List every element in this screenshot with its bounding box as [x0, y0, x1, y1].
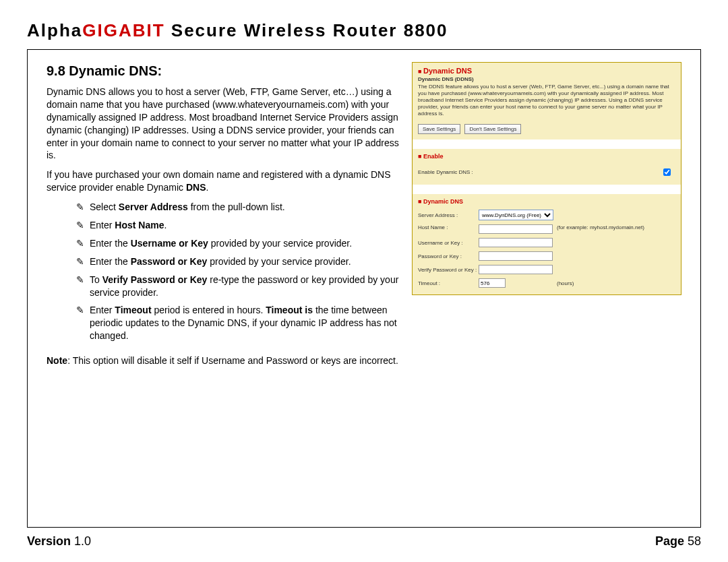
password-row: Password or Key :: [413, 249, 681, 263]
save-settings-button[interactable]: Save Settings: [418, 124, 460, 134]
username-input[interactable]: [479, 238, 553, 247]
host-name-hint: (for example: myhost.mydomain.net): [557, 224, 644, 230]
version-label: Version 1.0: [27, 534, 91, 549]
section-heading: 9.8 Dynamic DNS:: [47, 62, 400, 80]
bullet-list: ✎ Select Server Address from the pull-do…: [76, 201, 400, 342]
screenshot-column: ■ Dynamic DNS Dynamic DNS (DDNS) The DDN…: [412, 62, 681, 374]
note-paragraph: Note: This option will disable it self i…: [47, 354, 400, 367]
list-item: ✎ Enter Host Name.: [76, 219, 400, 232]
ddns-panel: ■ Dynamic DNS Dynamic DNS (DDNS) The DDN…: [412, 62, 681, 295]
username-row: Username or Key :: [413, 236, 681, 249]
brand-prefix: Alpha: [27, 20, 82, 40]
bullet-icon: ■: [418, 153, 421, 160]
panel-title: Dynamic DNS: [423, 67, 472, 75]
panel-subtitle: Dynamic DNS (DDNS): [413, 76, 681, 82]
brand-red: GIGABIT: [82, 20, 164, 40]
document-title: AlphaGIGABIT Secure Wireless Router 8800: [27, 20, 701, 41]
list-item: ✎ Select Server Address from the pull-do…: [76, 201, 400, 214]
host-name-label: Host Name :: [418, 224, 479, 230]
verify-password-label: Verify Password or Key :: [418, 267, 479, 273]
pencil-icon: ✎: [76, 274, 84, 299]
password-input[interactable]: [479, 251, 553, 261]
content-frame: 9.8 Dynamic DNS: Dynamic DNS allows you …: [27, 49, 701, 528]
host-name-row: Host Name : (for example: myhost.mydomai…: [413, 222, 681, 236]
brand-rest: Secure Wireless Router 8800: [165, 20, 448, 40]
username-label: Username or Key :: [418, 240, 479, 246]
verify-password-row: Verify Password or Key :: [413, 263, 681, 276]
list-item: ✎ Enter the Password or Key provided by …: [76, 255, 400, 268]
panel-description: The DDNS feature allows you to host a se…: [413, 82, 681, 121]
server-address-row: Server Address : www.DynDNS.org (Free): [413, 208, 681, 222]
pencil-icon: ✎: [76, 255, 84, 268]
enable-ddns-label: Enable Dynamic DNS :: [418, 169, 661, 175]
list-item: ✎ To Verify Password or Key re-type the …: [76, 274, 400, 299]
intro-paragraph: Dynamic DNS allows you to host a server …: [47, 86, 400, 162]
dont-save-settings-button[interactable]: Don't Save Settings: [464, 124, 521, 134]
list-item: ✎ Enter the Username or Key provided by …: [76, 237, 400, 250]
host-name-input[interactable]: [479, 224, 553, 234]
pencil-icon: ✎: [76, 201, 84, 214]
verify-password-input[interactable]: [479, 265, 553, 274]
bullet-icon: ■: [418, 68, 421, 75]
instructions-column: 9.8 Dynamic DNS: Dynamic DNS allows you …: [47, 62, 400, 374]
bullet-icon: ■: [418, 198, 421, 205]
timeout-input[interactable]: [479, 278, 506, 288]
password-label: Password or Key :: [418, 253, 479, 259]
pencil-icon: ✎: [76, 219, 84, 232]
footer: Version 1.0 Page 58: [27, 528, 701, 549]
enable-section-title: ■ Enable: [413, 149, 681, 162]
list-item: ✎ Enter Timeout period is entered in hou…: [76, 304, 400, 342]
page-label: Page 58: [655, 534, 701, 549]
enable-row: Enable Dynamic DNS :: [413, 162, 681, 185]
server-address-label: Server Address :: [418, 212, 479, 218]
enable-ddns-checkbox[interactable]: [663, 168, 671, 176]
timeout-row: Timeout : (hours): [413, 276, 681, 294]
timeout-label: Timeout :: [418, 280, 479, 286]
enable-paragraph: If you have purchased your own domain na…: [47, 168, 400, 194]
pencil-icon: ✎: [76, 237, 84, 250]
ddns-section-title: ■ Dynamic DNS: [413, 194, 681, 208]
timeout-hint: (hours): [557, 280, 574, 286]
panel-header: ■ Dynamic DNS: [413, 63, 681, 76]
pencil-icon: ✎: [76, 304, 84, 342]
server-address-select[interactable]: www.DynDNS.org (Free): [479, 210, 553, 220]
